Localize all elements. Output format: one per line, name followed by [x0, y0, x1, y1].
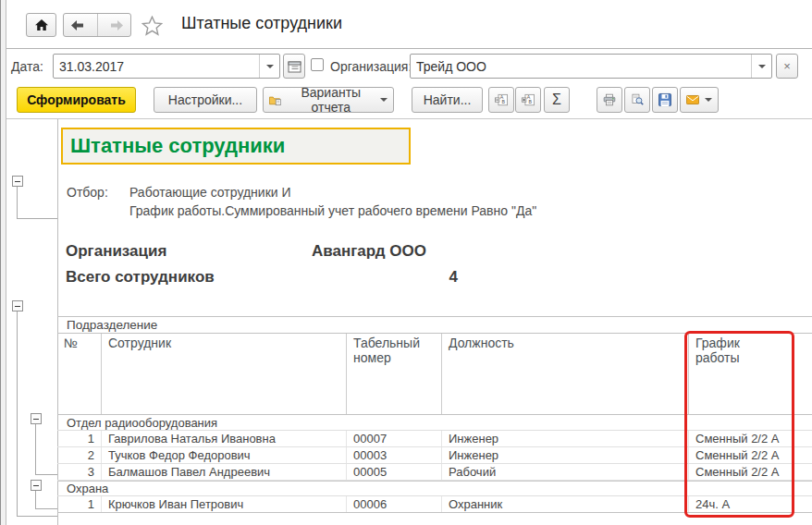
cell-employee[interactable]: Балмашов Павел Андреевич: [102, 464, 347, 480]
date-label: Дата:: [11, 59, 43, 74]
cell-schedule[interactable]: Сменный 2/2 А: [689, 431, 794, 446]
svg-text:B: B: [501, 99, 505, 104]
collapse-group-button[interactable]: [31, 480, 42, 491]
cell-employee[interactable]: Тучков Федор Федорович: [102, 447, 347, 463]
cell-filler: [794, 496, 812, 512]
cell-schedule[interactable]: Сменный 2/2 А: [689, 464, 794, 480]
sum-button[interactable]: Σ: [544, 87, 570, 113]
cell-filler: [794, 464, 812, 480]
collapse-group-button[interactable]: [12, 176, 23, 187]
selection-line: Работающие сотрудники И: [129, 185, 291, 200]
cell-tab-number[interactable]: 00006: [347, 496, 442, 512]
forward-button[interactable]: [104, 20, 131, 31]
group-row[interactable]: Охрана: [57, 481, 812, 496]
cell-tab-number[interactable]: 00007: [347, 431, 442, 446]
cell-num[interactable]: 3: [57, 464, 102, 480]
back-button[interactable]: [64, 20, 92, 31]
save-icon: [658, 92, 671, 107]
cell-filler: [794, 447, 812, 463]
employee-row[interactable]: 1Крючков Иван Петрович00006Охранник24ч. …: [57, 496, 812, 513]
calendar-icon: [288, 60, 301, 73]
settings-button[interactable]: Настройки...: [154, 87, 257, 113]
calendar-button[interactable]: [283, 54, 305, 79]
org-checkbox[interactable]: [311, 58, 324, 71]
star-icon: [141, 16, 163, 36]
collapse-groupings-button[interactable]: A B: [515, 87, 541, 113]
col-header-num[interactable]: №: [57, 334, 102, 414]
cell-schedule[interactable]: Сменный 2/2 А: [689, 447, 794, 463]
outline-line: [35, 474, 57, 475]
collapse-groupings-icon: A B: [522, 93, 535, 107]
cell-position[interactable]: Инженер: [442, 431, 689, 446]
date-dropdown-button[interactable]: [259, 55, 279, 78]
cell-num[interactable]: 1: [57, 496, 102, 512]
cell-employee[interactable]: Гаврилова Наталья Ивановна: [102, 431, 347, 446]
print-preview-icon: [631, 92, 644, 107]
section-header[interactable]: Подразделение: [57, 316, 812, 334]
email-button[interactable]: [680, 87, 719, 113]
org-input[interactable]: [411, 55, 751, 78]
report-org-value: Авангард ООО: [312, 242, 426, 261]
col-header-tab-number[interactable]: Табельный номер: [347, 334, 442, 414]
outline-line: [17, 311, 18, 516]
org-dropdown-button[interactable]: [751, 55, 771, 78]
outline-line: [35, 491, 36, 508]
home-icon: [34, 18, 49, 31]
date-field: [53, 54, 280, 79]
selection-line: График работы.Суммированный учет рабочег…: [129, 203, 536, 218]
outline-line: [17, 218, 57, 219]
outline-line: [35, 424, 36, 474]
date-input[interactable]: [54, 55, 259, 78]
col-header-filler: [794, 334, 812, 414]
cell-tab-number[interactable]: 00005: [347, 464, 442, 480]
cell-position[interactable]: Инженер: [442, 447, 689, 463]
cell-num[interactable]: 1: [57, 431, 102, 446]
outline-line: [17, 187, 18, 218]
cell-schedule[interactable]: 24ч. А: [689, 496, 794, 512]
chevron-down-icon: [705, 98, 712, 102]
report-total-label: Всего сотрудников: [66, 268, 215, 287]
employee-row[interactable]: 1Гаврилова Наталья Ивановна00007ИнженерС…: [57, 431, 812, 447]
print-button[interactable]: [597, 87, 622, 113]
col-header-employee[interactable]: Сотрудник: [102, 334, 347, 414]
save-button[interactable]: [652, 87, 678, 113]
history-nav-group: [63, 13, 131, 37]
page-title: Штатные сотрудники: [181, 14, 342, 33]
employee-row[interactable]: 2Тучков Федор Федорович00003ИнженерСменн…: [57, 447, 812, 464]
report-table: Подразделение № Сотрудник Табельный номе…: [57, 316, 812, 513]
expand-groupings-icon: A B: [495, 93, 508, 107]
find-button[interactable]: Найти...: [412, 87, 483, 113]
nav-divider: [97, 14, 98, 36]
collapse-group-button[interactable]: [31, 413, 42, 424]
cell-position[interactable]: Рабочий: [442, 464, 689, 480]
back-arrow-icon: [70, 20, 84, 31]
report-title: Штатные сотрудники: [70, 134, 285, 158]
report-title-cell[interactable]: Штатные сотрудники: [61, 128, 411, 165]
col-header-position[interactable]: Должность: [442, 334, 689, 414]
window-left-edge: [0, 0, 6, 525]
cell-employee[interactable]: Крючков Иван Петрович: [102, 496, 347, 512]
print-preview-button[interactable]: [624, 87, 650, 113]
toolbar-separator: [6, 118, 812, 119]
home-button[interactable]: [26, 13, 56, 37]
folder-icon: [269, 94, 282, 106]
outline-line: [35, 508, 57, 509]
org-label: Организация:: [330, 59, 412, 74]
cell-num[interactable]: 2: [57, 447, 102, 463]
collapse-group-button[interactable]: [12, 300, 23, 311]
report-variants-label: Варианты отчета: [288, 85, 375, 115]
group-row[interactable]: Отдел радиооборудования: [57, 415, 812, 431]
report-org-label: Организация: [66, 242, 166, 261]
generate-button[interactable]: Сформировать: [17, 87, 136, 113]
org-clear-button[interactable]: ×: [776, 54, 798, 79]
cell-position[interactable]: Охранник: [442, 496, 689, 512]
employee-row[interactable]: 3Балмашов Павел Андреевич00005РабочийСме…: [57, 464, 812, 481]
report-table-body: Отдел радиооборудования1Гаврилова Наталь…: [57, 415, 812, 513]
expand-groupings-button[interactable]: A B: [488, 87, 514, 113]
cell-tab-number[interactable]: 00003: [347, 447, 442, 463]
chevron-down-icon: [758, 65, 766, 68]
favorite-star-button[interactable]: [141, 15, 163, 37]
report-total-value: 4: [312, 268, 458, 287]
col-header-schedule[interactable]: График работы: [689, 334, 794, 414]
report-variants-button[interactable]: Варианты отчета: [263, 87, 394, 113]
